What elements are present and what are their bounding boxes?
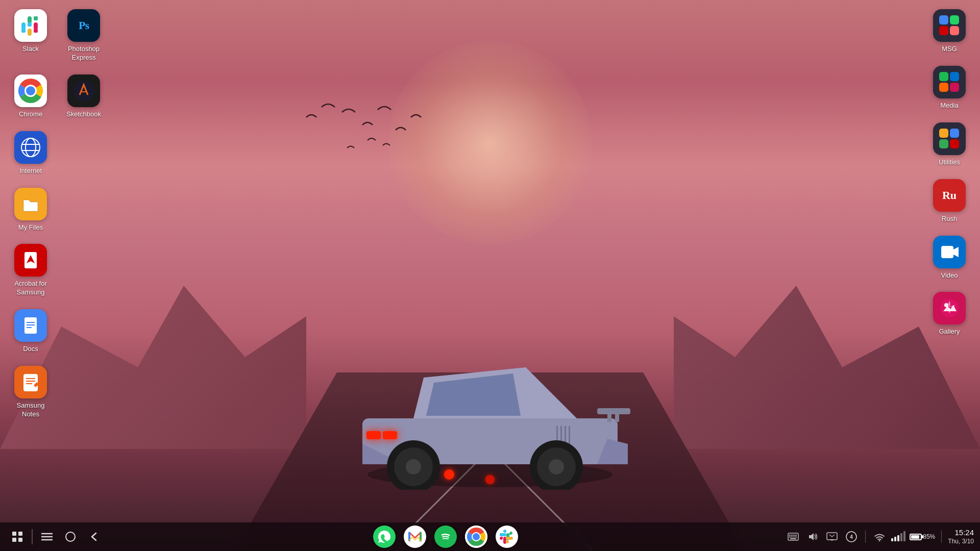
- app-icon-internet[interactable]: Internet: [5, 127, 56, 180]
- taskbar-divider-3: [941, 531, 942, 543]
- svg-rect-72: [793, 537, 795, 538]
- app-icon-chrome[interactable]: Chrome: [5, 70, 56, 123]
- svg-point-35: [26, 138, 36, 157]
- svg-rect-26: [21, 29, 26, 33]
- app-label-internet: Internet: [19, 167, 42, 176]
- svg-rect-52: [12, 538, 16, 542]
- svg-rect-25: [28, 22, 32, 27]
- app-icon-acrobat[interactable]: Acrobat forSamsung: [5, 240, 56, 301]
- app-label-acrobat: Acrobat forSamsung: [14, 280, 47, 297]
- keyboard-icon[interactable]: [786, 529, 801, 544]
- svg-point-34: [21, 138, 40, 157]
- taskbar-left: [6, 525, 105, 548]
- recent-apps-button[interactable]: [36, 525, 58, 548]
- svg-rect-27: [34, 16, 38, 20]
- svg-point-80: [879, 540, 880, 542]
- app-icon-my-files[interactable]: My Files: [5, 184, 56, 236]
- clock-time: 15:24: [948, 528, 974, 538]
- app-label-media: Media: [940, 102, 958, 110]
- svg-point-31: [26, 86, 35, 95]
- signal-bars: [891, 532, 905, 541]
- svg-rect-67: [791, 535, 793, 536]
- app-label-sketchbook: Sketchbook: [66, 110, 101, 119]
- app-icon-samsung-notes[interactable]: SamsungNotes: [5, 362, 56, 423]
- taskbar-app-slack[interactable]: [496, 525, 518, 548]
- app-label-msg: MSG: [942, 45, 957, 54]
- app-label-photoshop-express: PhotoshopExpress: [68, 45, 100, 62]
- svg-rect-22: [28, 16, 32, 23]
- taskbar-right: 4: [786, 528, 974, 545]
- svg-rect-66: [789, 535, 791, 536]
- app-label-slack: Slack: [22, 45, 39, 54]
- svg-rect-75: [827, 533, 837, 540]
- taskbar-center: [105, 525, 786, 548]
- svg-text:4: 4: [850, 534, 853, 540]
- svg-rect-51: [18, 532, 22, 536]
- app-icon-rush[interactable]: Ru Rush: [924, 175, 975, 228]
- svg-rect-70: [789, 537, 791, 538]
- taskbar: 4: [0, 522, 980, 551]
- svg-rect-69: [795, 535, 797, 536]
- app-icon-sketchbook[interactable]: Sketchbook: [58, 70, 109, 123]
- app-label-rush: Rush: [942, 215, 957, 223]
- app-icon-gallery[interactable]: Gallery: [924, 288, 975, 340]
- taskbar-app-gmail[interactable]: [404, 525, 426, 548]
- app-label-docs: Docs: [23, 345, 38, 354]
- svg-rect-28: [34, 29, 38, 33]
- svg-rect-68: [793, 535, 795, 536]
- app-icon-docs[interactable]: Docs: [5, 305, 56, 358]
- dex-icon[interactable]: 4: [844, 529, 859, 544]
- svg-point-57: [66, 532, 75, 541]
- svg-rect-53: [18, 538, 22, 542]
- svg-point-64: [473, 533, 480, 540]
- clock-date: Thu, 3/10: [948, 538, 974, 546]
- taskbar-divider-1: [32, 529, 33, 544]
- app-label-chrome: Chrome: [19, 110, 42, 119]
- svg-rect-43: [23, 374, 38, 391]
- app-label-gallery: Gallery: [939, 328, 960, 336]
- svg-rect-73: [795, 537, 797, 538]
- taskbar-divider-2: [865, 531, 866, 543]
- app-icon-video[interactable]: Video: [924, 232, 975, 284]
- app-label-my-files: My Files: [18, 223, 43, 232]
- taskbar-app-chrome[interactable]: [465, 525, 487, 548]
- apps-grid-button[interactable]: [6, 525, 29, 548]
- left-icon-column: Slack Ps PhotoshopExpress: [5, 5, 109, 423]
- svg-rect-21: [21, 22, 26, 30]
- home-button[interactable]: [59, 525, 82, 548]
- app-icon-photoshop-express[interactable]: Ps PhotoshopExpress: [58, 5, 109, 66]
- right-icon-column: MSG Media: [924, 5, 975, 340]
- clock-display: 15:24 Thu, 3/10: [948, 528, 974, 545]
- back-button[interactable]: [83, 525, 105, 548]
- app-label-samsung-notes: SamsungNotes: [17, 402, 45, 419]
- svg-rect-47: [941, 246, 953, 258]
- svg-rect-24: [28, 29, 32, 36]
- app-icon-msg[interactable]: MSG: [924, 5, 975, 58]
- app-icon-media[interactable]: Media: [924, 62, 975, 114]
- app-icon-utilities[interactable]: Utilities: [924, 118, 975, 171]
- battery-icon: 85%: [910, 533, 935, 540]
- svg-rect-50: [12, 532, 16, 536]
- battery-percent: 85%: [923, 533, 935, 540]
- app-label-video: Video: [941, 271, 958, 280]
- volume-icon[interactable]: [805, 529, 820, 544]
- taskbar-app-whatsapp[interactable]: [373, 525, 396, 548]
- svg-rect-23: [34, 22, 38, 30]
- app-label-utilities: Utilities: [939, 158, 960, 167]
- app-icon-slack[interactable]: Slack: [5, 5, 56, 66]
- screen-mirror-icon[interactable]: [824, 529, 840, 544]
- svg-rect-74: [790, 538, 796, 539]
- svg-rect-71: [791, 537, 793, 538]
- taskbar-app-spotify[interactable]: [434, 525, 457, 548]
- wifi-icon[interactable]: [872, 529, 887, 544]
